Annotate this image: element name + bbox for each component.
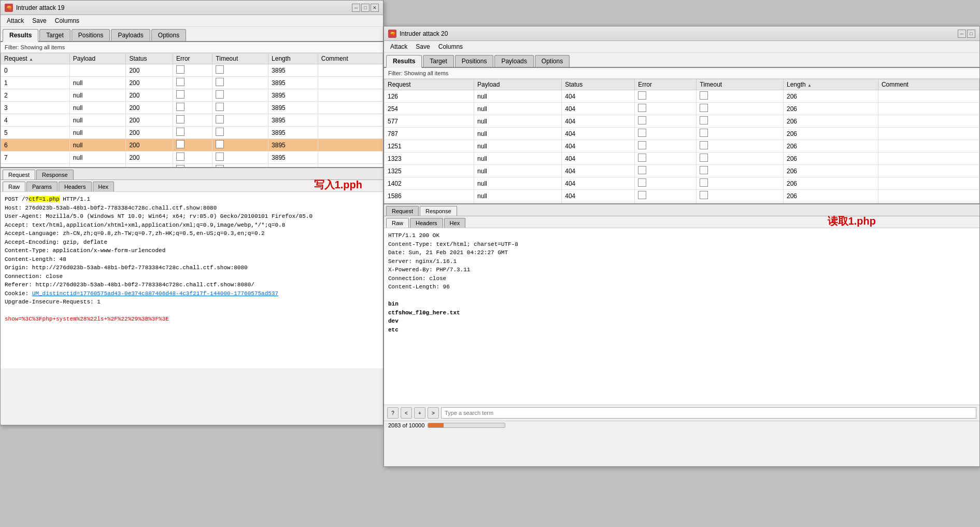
menu-save-19[interactable]: Save: [28, 16, 50, 25]
menu-save-20[interactable]: Save: [411, 42, 434, 51]
col-request-19[interactable]: Request ▲: [1, 53, 70, 64]
timeout-checkbox[interactable]: [216, 140, 224, 148]
table-row[interactable]: 787 null 404 206: [385, 128, 979, 140]
error-checkbox[interactable]: [176, 103, 184, 111]
sub-tab-request-19[interactable]: Request: [3, 170, 35, 179]
error-checkbox[interactable]: [176, 128, 184, 136]
error-checkbox[interactable]: [638, 91, 646, 100]
error-checkbox[interactable]: [638, 104, 646, 112]
timeout-checkbox[interactable]: [700, 91, 708, 100]
minimize-btn-19[interactable]: ─: [352, 4, 360, 12]
error-checkbox[interactable]: [638, 116, 646, 124]
tab-options-20[interactable]: Options: [535, 55, 570, 67]
col-comment-20[interactable]: Comment: [878, 79, 979, 90]
error-checkbox[interactable]: [176, 152, 184, 161]
menu-columns-20[interactable]: Columns: [434, 42, 467, 51]
results-table-19[interactable]: Request ▲ Payload Status Error Timeout L…: [1, 53, 383, 167]
table-row[interactable]: 0 200 3895: [1, 64, 383, 77]
table-row[interactable]: 7 null 200 3895: [1, 151, 383, 164]
sub-tab-hex-19[interactable]: Hex: [93, 182, 115, 191]
timeout-checkbox[interactable]: [216, 115, 224, 123]
sub-tab-response-19[interactable]: Response: [36, 170, 74, 179]
timeout-checkbox[interactable]: [216, 152, 224, 161]
timeout-checkbox[interactable]: [700, 129, 708, 137]
tab-options-19[interactable]: Options: [151, 29, 186, 41]
sub-tab-response-20[interactable]: Response: [420, 206, 457, 216]
search-input[interactable]: [441, 407, 976, 419]
timeout-checkbox[interactable]: [700, 166, 708, 174]
timeout-checkbox[interactable]: [700, 191, 708, 199]
col-length-19[interactable]: Length: [268, 53, 318, 64]
add-btn[interactable]: +: [414, 407, 425, 419]
error-checkbox[interactable]: [638, 141, 646, 149]
maximize-btn-19[interactable]: □: [361, 4, 370, 12]
table-row[interactable]: 1325 null 404 206: [385, 165, 979, 177]
table-row[interactable]: 577 null 404 206: [385, 115, 979, 128]
tab-results-19[interactable]: Results: [3, 29, 38, 42]
col-length-20[interactable]: Length ▲: [783, 79, 878, 90]
table-row[interactable]: 254 null 404 206: [385, 103, 979, 115]
timeout-checkbox[interactable]: [700, 104, 708, 112]
table-row[interactable]: 6 null 200 3895: [1, 139, 383, 151]
sub-tab-raw-19[interactable]: Raw: [3, 182, 25, 191]
sub-tab-request-20[interactable]: Request: [386, 206, 419, 216]
tab-target-19[interactable]: Target: [39, 29, 70, 41]
maximize-btn-20[interactable]: □: [967, 30, 975, 38]
table-row[interactable]: 3 null 200 3895: [1, 102, 383, 114]
tab-results-20[interactable]: Results: [386, 55, 422, 68]
table-row[interactable]: 1402 null 404 206: [385, 177, 979, 190]
col-payload-19[interactable]: Payload: [69, 53, 126, 64]
col-timeout-20[interactable]: Timeout: [697, 79, 784, 90]
tab-positions-20[interactable]: Positions: [455, 55, 494, 67]
error-checkbox[interactable]: [176, 165, 184, 167]
tab-target-20[interactable]: Target: [423, 55, 453, 67]
timeout-checkbox[interactable]: [216, 90, 224, 99]
col-comment-19[interactable]: Comment: [318, 53, 382, 64]
timeout-checkbox[interactable]: [216, 103, 224, 111]
menu-columns-19[interactable]: Columns: [51, 16, 83, 25]
table-row[interactable]: 2 null 200 3895: [1, 89, 383, 102]
error-checkbox[interactable]: [638, 166, 646, 174]
sub-tab-params-19[interactable]: Params: [26, 182, 58, 191]
sub-tab-raw-20[interactable]: Raw: [386, 218, 409, 228]
timeout-checkbox[interactable]: [216, 78, 224, 86]
menu-attack-20[interactable]: Attack: [386, 42, 411, 51]
menu-attack-19[interactable]: Attack: [3, 16, 28, 25]
col-status-19[interactable]: Status: [126, 53, 173, 64]
col-error-19[interactable]: Error: [173, 53, 212, 64]
table-row[interactable]: 1 null 200 3895: [1, 77, 383, 89]
table-row[interactable]: 1323 null 404 206: [385, 152, 979, 165]
help-btn[interactable]: ?: [387, 407, 399, 419]
error-checkbox[interactable]: [638, 129, 646, 137]
col-timeout-19[interactable]: Timeout: [212, 53, 268, 64]
results-table-20[interactable]: Request Payload Status Error Timeout Len…: [384, 79, 979, 203]
timeout-checkbox[interactable]: [700, 178, 708, 187]
col-payload-20[interactable]: Payload: [474, 79, 562, 90]
timeout-checkbox[interactable]: [700, 154, 708, 162]
timeout-checkbox[interactable]: [216, 165, 224, 167]
timeout-checkbox[interactable]: [216, 128, 224, 136]
table-row[interactable]: 126 null 404 206: [385, 90, 979, 103]
error-checkbox[interactable]: [638, 178, 646, 187]
tab-payloads-20[interactable]: Payloads: [494, 55, 533, 67]
table-row[interactable]: 4 null 200 3895: [1, 114, 383, 127]
col-status-20[interactable]: Status: [562, 79, 635, 90]
next-btn[interactable]: >: [428, 407, 439, 419]
error-checkbox[interactable]: [176, 90, 184, 99]
tab-positions-19[interactable]: Positions: [72, 29, 110, 41]
error-checkbox[interactable]: [176, 140, 184, 148]
col-request-20[interactable]: Request: [385, 79, 474, 90]
sub-tab-headers-20[interactable]: Headers: [410, 218, 443, 228]
error-checkbox[interactable]: [176, 115, 184, 123]
timeout-checkbox[interactable]: [700, 116, 708, 124]
timeout-checkbox[interactable]: [216, 65, 224, 74]
table-row[interactable]: 1586 null 404 206: [385, 190, 979, 202]
minimize-btn-20[interactable]: ─: [958, 30, 966, 38]
table-row[interactable]: 1251 null 404 206: [385, 140, 979, 152]
error-checkbox[interactable]: [176, 65, 184, 74]
sub-tab-hex-20[interactable]: Hex: [444, 218, 466, 228]
prev-btn[interactable]: <: [401, 407, 412, 419]
timeout-checkbox[interactable]: [700, 141, 708, 149]
table-row[interactable]: 5 null 200 3895: [1, 127, 383, 139]
tab-payloads-19[interactable]: Payloads: [111, 29, 150, 41]
